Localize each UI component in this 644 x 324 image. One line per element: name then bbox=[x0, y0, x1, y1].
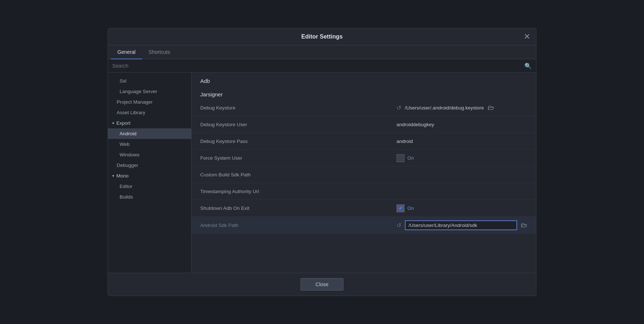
sidebar-item-windows[interactable]: Windows bbox=[108, 149, 191, 160]
search-bar: 🔍 bbox=[108, 59, 536, 73]
settings-row-debug-keystore-pass: Debug Keystore Pass android bbox=[192, 133, 536, 150]
section-title-adb: Adb bbox=[192, 73, 536, 86]
editor-settings-dialog: Editor Settings ✕ General Shortcuts 🔍 Ss… bbox=[108, 28, 536, 296]
title-bar: Editor Settings ✕ bbox=[108, 28, 536, 45]
toggle-label-shutdown-adb-on-exit: On bbox=[407, 205, 414, 211]
label-custom-build-sdk-path: Custom Build Sdk Path bbox=[200, 172, 397, 177]
sidebar-item-web[interactable]: Web bbox=[108, 139, 191, 149]
settings-row-android-sdk-path: Android Sdk Path ↺ 🗁 bbox=[192, 217, 536, 234]
sidebar-item-mono[interactable]: ▾ Mono bbox=[108, 171, 191, 181]
label-debug-keystore-user: Debug Keystore User bbox=[200, 122, 397, 127]
debug-keystore-pass-value: android bbox=[397, 139, 413, 144]
section-title-jarsigner: Jarsigner bbox=[192, 86, 536, 100]
toggle-shutdown-adb-on-exit[interactable]: ✓ On bbox=[397, 204, 414, 212]
label-android-sdk-path: Android Sdk Path bbox=[200, 223, 397, 228]
search-icon: 🔍 bbox=[524, 63, 532, 69]
settings-row-debug-keystore: Debug Keystore ↺ /Users/user/.android/de… bbox=[192, 100, 536, 116]
chevron-down-icon: ▾ bbox=[112, 121, 114, 125]
value-debug-keystore: ↺ /Users/user/.android/debug.keystore 🗁 bbox=[397, 104, 527, 112]
tab-shortcuts[interactable]: Shortcuts bbox=[142, 45, 177, 59]
label-debug-keystore: Debug Keystore bbox=[200, 105, 397, 111]
toggle-box-shutdown-adb-on-exit[interactable]: ✓ bbox=[397, 204, 404, 212]
sidebar-item-language-server[interactable]: Language Server bbox=[108, 86, 191, 97]
settings-panel: Adb Jarsigner Debug Keystore ↺ /Users/us… bbox=[192, 73, 536, 273]
toggle-label-force-system-user: On bbox=[407, 155, 414, 161]
reset-icon-android-sdk-path[interactable]: ↺ bbox=[397, 222, 401, 229]
settings-row-force-system-user: Force System User On bbox=[192, 150, 536, 167]
sidebar-item-builds[interactable]: Builds bbox=[108, 192, 191, 202]
debug-keystore-user-value: androiddebugkey bbox=[397, 122, 434, 127]
toggle-box-force-system-user[interactable] bbox=[397, 154, 404, 162]
settings-row-shutdown-adb-on-exit: Shutdown Adb On Exit ✓ On bbox=[192, 200, 536, 217]
value-shutdown-adb-on-exit: ✓ On bbox=[397, 204, 527, 212]
value-android-sdk-path: ↺ 🗁 bbox=[397, 220, 527, 230]
folder-icon-debug-keystore[interactable]: 🗁 bbox=[488, 104, 494, 112]
value-force-system-user: On bbox=[397, 154, 527, 162]
footer: Close bbox=[108, 273, 536, 296]
tabs: General Shortcuts bbox=[108, 45, 536, 59]
value-debug-keystore-pass: android bbox=[397, 139, 527, 144]
android-sdk-path-input-box[interactable] bbox=[405, 220, 517, 230]
sidebar: Ssl Language Server Project Manager Asse… bbox=[108, 73, 192, 273]
settings-row-debug-keystore-user: Debug Keystore User androiddebugkey bbox=[192, 116, 536, 133]
value-debug-keystore-user: androiddebugkey bbox=[397, 122, 527, 127]
close-button[interactable]: Close bbox=[301, 278, 343, 291]
label-force-system-user: Force System User bbox=[200, 155, 397, 161]
chevron-down-icon: ▾ bbox=[112, 174, 114, 178]
sidebar-item-android[interactable]: Android bbox=[108, 128, 191, 139]
sidebar-item-export[interactable]: ▾ Export bbox=[108, 118, 191, 128]
label-shutdown-adb-on-exit: Shutdown Adb On Exit bbox=[200, 205, 397, 211]
label-debug-keystore-pass: Debug Keystore Pass bbox=[200, 139, 397, 144]
dialog-title: Editor Settings bbox=[301, 33, 343, 40]
android-sdk-path-input[interactable] bbox=[408, 223, 514, 228]
sidebar-item-asset-library[interactable]: Asset Library bbox=[108, 107, 191, 118]
dialog-close-button[interactable]: ✕ bbox=[524, 33, 530, 41]
settings-row-custom-build-sdk-path: Custom Build Sdk Path bbox=[192, 167, 536, 183]
folder-icon-android-sdk-path[interactable]: 🗁 bbox=[521, 221, 527, 229]
sidebar-item-editor[interactable]: Editor bbox=[108, 181, 191, 192]
checkmark-icon: ✓ bbox=[399, 205, 403, 211]
settings-row-timestamping-authority-url: Timestamping Authority Url bbox=[192, 183, 536, 200]
main-content: Ssl Language Server Project Manager Asse… bbox=[108, 73, 536, 273]
sidebar-item-debugger[interactable]: Debugger bbox=[108, 160, 191, 171]
toggle-force-system-user[interactable]: On bbox=[397, 154, 414, 162]
search-input[interactable] bbox=[112, 59, 524, 72]
reset-icon-debug-keystore[interactable]: ↺ bbox=[397, 104, 401, 111]
sidebar-item-ssl[interactable]: Ssl bbox=[108, 76, 191, 86]
debug-keystore-value: /Users/user/.android/debug.keystore bbox=[405, 105, 484, 111]
tab-general[interactable]: General bbox=[111, 45, 142, 59]
label-timestamping-authority-url: Timestamping Authority Url bbox=[200, 189, 397, 194]
sidebar-item-project-manager[interactable]: Project Manager bbox=[108, 97, 191, 107]
